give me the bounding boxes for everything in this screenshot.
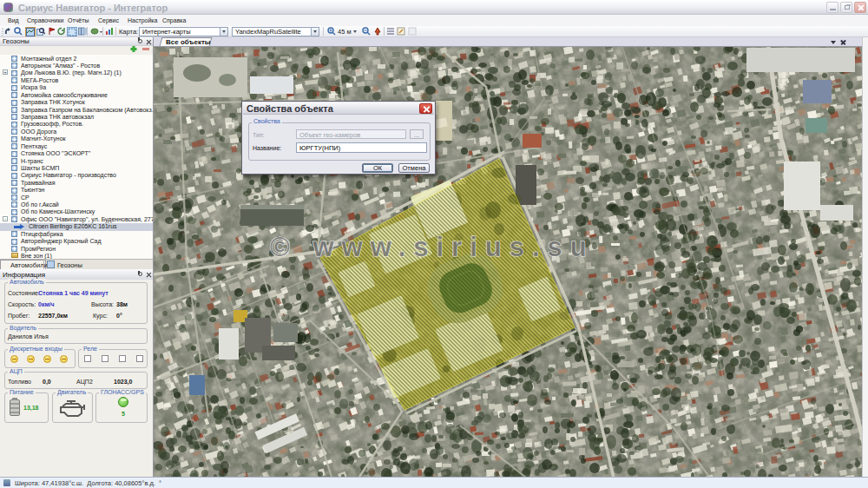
svg-text:© www.sirius.su: © www.sirius.su (270, 232, 595, 262)
